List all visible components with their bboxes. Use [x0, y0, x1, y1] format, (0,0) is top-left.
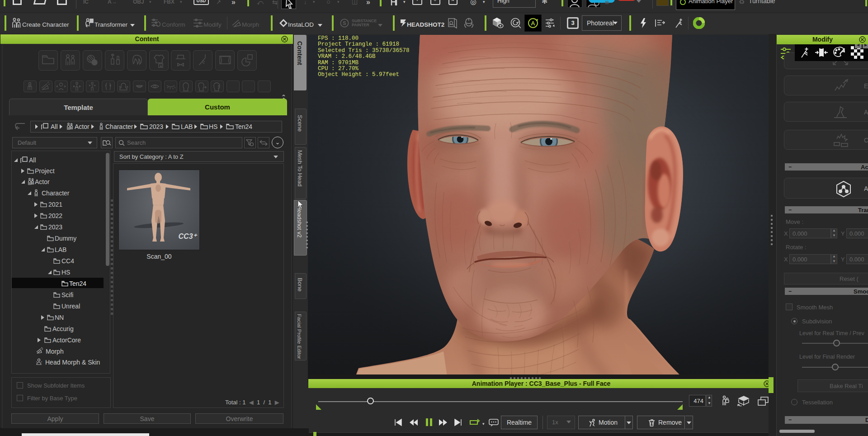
svg-text:CC3⁺: CC3⁺	[179, 232, 198, 240]
svg-text:A: A	[531, 20, 535, 27]
svg-text:S: S	[343, 20, 346, 26]
